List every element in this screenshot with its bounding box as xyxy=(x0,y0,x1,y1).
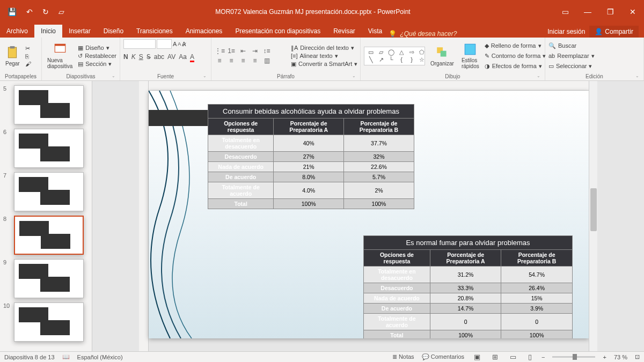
zoom-in-icon[interactable]: + xyxy=(603,354,606,360)
paste-button[interactable]: Pegar xyxy=(3,45,22,68)
underline-button[interactable]: S xyxy=(139,53,143,61)
cut-button[interactable]: ✂ xyxy=(25,45,31,52)
undo-icon[interactable]: ↶ xyxy=(26,8,33,16)
quick-styles-button[interactable]: Estilos rápidos xyxy=(459,41,481,70)
shadow-button[interactable]: abc xyxy=(154,53,164,61)
align-center-icon[interactable]: ≡ xyxy=(226,57,236,64)
tab-archivo[interactable]: Archivo xyxy=(0,25,34,38)
format-painter-button[interactable]: 🖌 xyxy=(25,61,31,67)
increase-indent-icon[interactable]: ⇥ xyxy=(250,47,260,55)
align-text-button[interactable]: [≡]Alinear texto ▾ xyxy=(291,53,357,60)
table-smoking[interactable]: Es normal fumar para olvidar problemasOp… xyxy=(363,235,573,338)
table-alcohol[interactable]: Consumir bebidas alcohólicas ayuda a olv… xyxy=(208,104,414,209)
tab-animaciones[interactable]: Animaciones xyxy=(179,25,229,38)
close-icon[interactable]: ✕ xyxy=(621,8,644,16)
slide-counter[interactable]: Diapositiva 8 de 13 xyxy=(4,354,55,360)
grow-font-icon[interactable]: A xyxy=(173,41,177,47)
thumbnail-slide-10[interactable]: 10 xyxy=(0,300,92,344)
zoom-slider[interactable] xyxy=(552,356,595,358)
reset-button[interactable]: ↺Restablecer xyxy=(78,53,116,60)
slide-thumbnails-panel[interactable]: 5 6 7 8 xyxy=(0,81,92,351)
sorter-view-icon[interactable]: ⊞ xyxy=(490,353,500,361)
shrink-font-icon[interactable]: A xyxy=(178,41,181,47)
current-slide[interactable]: Consumir bebidas alcohólicas ayuda a olv… xyxy=(149,91,589,338)
strike-button[interactable]: S̶ xyxy=(147,53,151,61)
copy-button[interactable]: ⎘ xyxy=(25,53,31,60)
tellme-search[interactable]: 💡 xyxy=(389,30,486,38)
new-slide-button[interactable]: Nueva diapositiva xyxy=(45,41,75,70)
decrease-indent-icon[interactable]: ⇤ xyxy=(238,47,248,55)
line-spacing-icon[interactable]: ↕≡ xyxy=(262,47,272,55)
status-bar: Diapositiva 8 de 13 📖 Español (México) ≣… xyxy=(0,351,644,362)
shape-fill-button[interactable]: ◆Relleno de forma ▾ xyxy=(485,42,546,49)
share-button[interactable]: 👤 Compartir xyxy=(589,26,639,38)
numbering-icon[interactable]: 1≡ xyxy=(226,47,236,55)
start-slideshow-icon[interactable]: ▱ xyxy=(58,8,64,16)
select-icon: ▭ xyxy=(548,63,554,70)
tab-presentacion[interactable]: Presentación con diapositivas xyxy=(229,25,327,38)
arrow-shape[interactable] xyxy=(149,110,208,126)
comments-button[interactable]: 💬 Comentarios xyxy=(422,353,464,360)
fill-icon: ◆ xyxy=(485,42,489,49)
font-size-input[interactable] xyxy=(157,39,172,49)
shapes-gallery[interactable]: ▭▱◯△⇨⬠ ╲↗└{}☆ xyxy=(364,47,425,65)
thumbnail-slide-8[interactable]: 8 xyxy=(0,213,92,257)
layout-button[interactable]: ▦Diseño ▾ xyxy=(78,45,116,51)
replace-button[interactable]: abReemplazar ▾ xyxy=(548,53,595,60)
text-direction-button[interactable]: ‖ADirección del texto ▾ xyxy=(291,45,357,51)
bold-button[interactable]: N xyxy=(123,53,128,61)
window-controls: ▭ — ❐ ✕ xyxy=(554,8,644,16)
align-right-icon[interactable]: ≡ xyxy=(238,57,248,64)
find-button[interactable]: 🔍Buscar xyxy=(548,42,595,49)
case-button[interactable]: Aa xyxy=(179,53,187,61)
group-dibujo: ▭▱◯△⇨⬠ ╲↗└{}☆ Organizar Estilos rápidos … xyxy=(361,38,545,80)
justify-icon[interactable]: ≡ xyxy=(250,57,260,64)
layout-icon: ▦ xyxy=(78,45,83,51)
thumbnail-slide-9[interactable]: 9 xyxy=(0,257,92,300)
shape-outline-button[interactable]: ✎Contorno de forma ▾ xyxy=(485,53,546,60)
tab-vista[interactable]: Vista xyxy=(362,25,389,38)
brush-icon: 🖌 xyxy=(25,61,31,67)
columns-icon[interactable]: ▥ xyxy=(262,57,272,64)
minimize-icon[interactable]: — xyxy=(576,8,599,16)
tab-insertar[interactable]: Insertar xyxy=(62,25,97,38)
redo-icon[interactable]: ↻ xyxy=(42,8,49,16)
italic-button[interactable]: K xyxy=(131,53,136,61)
save-icon[interactable]: 💾 xyxy=(8,8,17,16)
notes-button[interactable]: ≣ Notas xyxy=(392,353,414,360)
shape-effects-button[interactable]: ◑Efectos de forma ▾ xyxy=(485,63,546,70)
vertical-scrollbar[interactable] xyxy=(589,81,597,351)
select-button[interactable]: ▭Seleccionar ▾ xyxy=(548,63,595,70)
zoom-out-icon[interactable]: − xyxy=(541,354,545,360)
signin-link[interactable]: Iniciar sesión xyxy=(547,28,585,35)
tab-transiciones[interactable]: Transiciones xyxy=(130,25,179,38)
align-left-icon[interactable]: ≡ xyxy=(215,57,224,64)
reading-view-icon[interactable]: ▭ xyxy=(508,353,518,361)
tab-revisar[interactable]: Revisar xyxy=(327,25,362,38)
clear-format-icon[interactable]: A̷ xyxy=(182,41,186,48)
tab-diseno[interactable]: Diseño xyxy=(97,25,130,38)
spellcheck-icon[interactable]: 📖 xyxy=(62,353,70,360)
fit-to-window-icon[interactable]: ⊡ xyxy=(635,353,640,360)
arrange-button[interactable]: Organizar xyxy=(428,45,456,68)
tellme-input[interactable] xyxy=(400,30,486,38)
slideshow-view-icon[interactable]: ▯ xyxy=(526,353,534,361)
tab-inicio[interactable]: Inicio xyxy=(34,25,62,38)
thumbnail-slide-6[interactable]: 6 xyxy=(0,127,92,170)
smartart-button[interactable]: ▣Convertir a SmartArt ▾ xyxy=(291,61,357,68)
spacing-button[interactable]: AV xyxy=(167,53,175,61)
outline-icon: ✎ xyxy=(485,53,489,60)
font-family-input[interactable] xyxy=(123,39,156,49)
thumbnail-slide-5[interactable]: 5 xyxy=(0,83,92,127)
bullets-icon[interactable]: ⋮≡ xyxy=(215,47,224,55)
language-indicator[interactable]: Español (México) xyxy=(77,354,123,360)
zoom-level[interactable]: 73 % xyxy=(614,354,627,360)
copy-icon: ⎘ xyxy=(25,53,29,60)
normal-view-icon[interactable]: ▣ xyxy=(472,353,482,361)
font-color-button[interactable]: A xyxy=(190,53,194,61)
thumbnail-slide-7[interactable]: 7 xyxy=(0,170,92,213)
section-button[interactable]: ▤Sección ▾ xyxy=(78,61,116,68)
ribbon-display-icon[interactable]: ▭ xyxy=(554,8,576,16)
svg-rect-3 xyxy=(55,44,65,46)
restore-icon[interactable]: ❐ xyxy=(599,8,621,16)
